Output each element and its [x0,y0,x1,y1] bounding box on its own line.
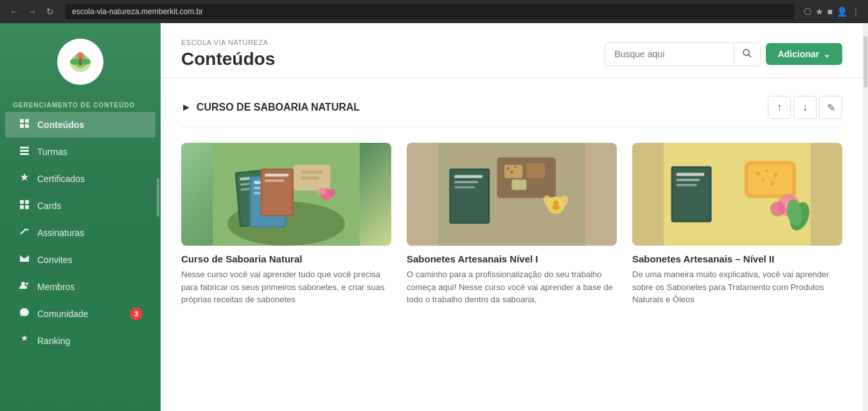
app-wrapper: GERENCIAMENTO DE CONTEÚDO Conteúdos Turm… [0,23,868,411]
card-2-description: O caminho para a profissionalização do s… [407,268,617,306]
svg-rect-6 [79,58,82,66]
svg-rect-15 [25,200,29,204]
svg-rect-17 [25,205,29,209]
svg-rect-8 [25,119,29,123]
sidebar-item-convites[interactable]: Convites [5,247,155,273]
ranking-icon [18,334,31,347]
svg-rect-54 [454,175,482,178]
page-title: Conteúdos [181,49,275,69]
sidebar-item-comunidade[interactable]: Comunidade 3 [5,301,155,327]
list-item[interactable]: Curso de Saboaria Natural Nesse curso vo… [181,143,391,306]
course-edit-button[interactable]: ✎ [819,96,842,119]
svg-rect-47 [526,163,545,178]
card-1-description: Nesse curso você vai aprender tudo que v… [181,268,391,306]
svg-rect-12 [20,150,29,152]
search-input[interactable] [605,44,734,64]
card-3-title: Sabonetes Artesanais – Nível II [632,253,842,264]
header-right: Adicionar ⌄ [605,42,842,66]
svg-rect-25 [301,170,323,174]
list-item[interactable]: Sabonetes Artesanais – Nível II De uma m… [632,143,842,306]
svg-rect-7 [20,119,24,123]
extension-icon[interactable]: ■ [828,6,833,17]
search-bar [605,42,761,66]
course-arrow-icon: ► [181,102,191,113]
up-icon: ↑ [777,102,782,113]
comunidade-icon [18,307,31,320]
menu-icon[interactable]: ⋮ [851,6,860,17]
sidebar-item-membros[interactable]: Membros [5,274,155,300]
svg-rect-41 [262,170,292,215]
course-up-button[interactable]: ↑ [768,96,791,119]
sidebar: GERENCIAMENTO DE CONTEÚDO Conteúdos Turm… [0,23,161,411]
svg-point-68 [770,181,775,185]
membros-label: Membros [37,282,75,292]
star-icon[interactable]: ★ [815,6,824,17]
cards-label: Cards [37,201,61,211]
sidebar-logo-area [0,23,161,95]
main-content: ESCOLA VIA NATUREZA Conteúdos Adicionar … [161,23,863,411]
svg-point-49 [507,167,510,170]
svg-rect-14 [20,200,24,204]
svg-point-75 [770,201,785,216]
search-button[interactable] [734,43,760,66]
breadcrumb: ESCOLA VIA NATUREZA [181,39,275,46]
sidebar-item-ranking[interactable]: Ranking [5,328,155,354]
svg-point-65 [765,169,768,172]
svg-rect-10 [25,124,29,128]
right-scrollbar[interactable] [863,23,868,411]
add-chevron-icon: ⌄ [823,49,831,59]
svg-rect-13 [20,153,29,155]
sidebar-item-conteudos[interactable]: Conteúdos [5,112,155,138]
browser-bar: ← → ↻ ⎔ ★ ■ 👤 ⋮ [0,0,868,23]
card-3-description: De uma maneira muito explicativa, você v… [632,268,842,306]
svg-rect-63 [748,165,793,194]
add-button[interactable]: Adicionar ⌄ [766,43,842,65]
sidebar-item-turmas[interactable]: Turmas [5,139,155,165]
url-bar[interactable] [66,4,795,19]
share-icon[interactable]: ⎔ [804,6,811,17]
forward-button[interactable]: → [26,5,39,18]
sidebar-item-certificados[interactable]: Certificados [5,166,155,192]
svg-point-19 [26,282,28,285]
assinaturas-icon [18,226,31,239]
certificados-label: Certificados [37,174,85,184]
certificados-icon [18,172,31,185]
svg-point-51 [510,170,513,174]
back-button[interactable]: ← [8,5,21,18]
profile-icon[interactable]: 👤 [837,6,847,17]
svg-point-67 [761,178,765,181]
svg-rect-48 [512,179,527,190]
svg-point-20 [743,50,749,55]
sidebar-item-cards[interactable]: Cards [5,193,155,219]
card-3-thumbnail [632,143,842,246]
svg-rect-26 [301,177,319,180]
svg-rect-73 [677,184,697,186]
course-actions: ↑ ↓ ✎ [768,96,842,119]
svg-rect-72 [677,179,700,181]
logo-inner [58,40,102,84]
down-icon: ↓ [802,102,808,113]
svg-point-5 [77,52,84,59]
conteudos-icon [18,118,31,131]
list-item[interactable]: Sabonetes Artesanais Nível I O caminho p… [407,143,617,306]
cards-grid: Curso de Saboaria Natural Nesse curso vo… [181,143,842,322]
svg-rect-55 [454,181,478,183]
turmas-icon [18,145,31,158]
svg-rect-46 [504,165,523,178]
scrollbar-thumb [864,36,867,87]
card-1-thumbnail [181,143,391,246]
sidebar-item-assinaturas[interactable]: Assinaturas [5,220,155,246]
svg-rect-71 [677,173,704,176]
reload-button[interactable]: ↻ [44,5,57,18]
course-title-text: CURSO DE SABOARIA NATURAL [197,102,360,113]
header-left: ESCOLA VIA NATUREZA Conteúdos [181,39,275,69]
svg-rect-16 [20,205,24,209]
turmas-label: Turmas [37,147,67,157]
sidebar-section-label: GERENCIAMENTO DE CONTEÚDO [0,95,161,111]
sidebar-nav: Conteúdos Turmas Certificados Cards [0,111,161,411]
membros-icon [18,280,31,293]
course-title: ► CURSO DE SABOARIA NATURAL [181,102,360,113]
main-scroll[interactable]: ESCOLA VIA NATUREZA Conteúdos Adicionar … [161,23,863,411]
convites-label: Convites [37,255,72,265]
course-down-button[interactable]: ↓ [793,96,817,119]
